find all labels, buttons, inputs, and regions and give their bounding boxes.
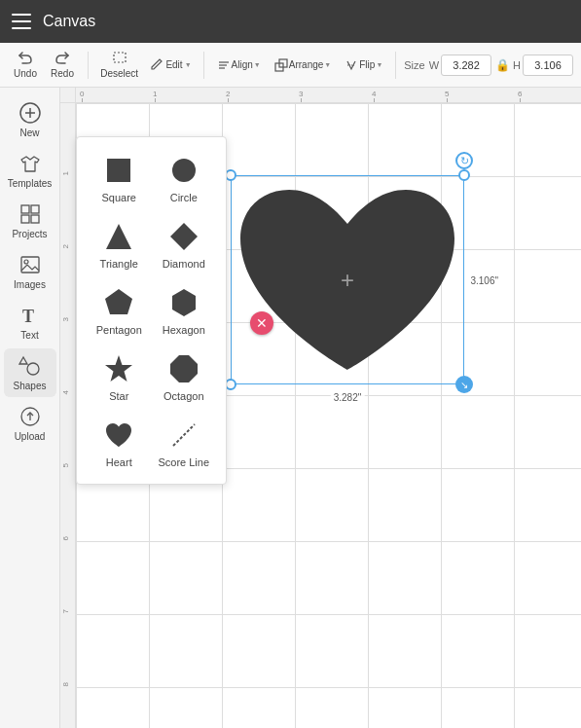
shape-panel: Square Circle Triangle Dia	[76, 136, 227, 485]
square-icon	[101, 153, 136, 188]
svg-rect-12	[21, 215, 29, 223]
topbar: Canvas	[0, 0, 581, 43]
sidebar-item-shapes[interactable]: Shapes	[4, 348, 56, 397]
menu-button[interactable]	[12, 14, 31, 29]
ruler-vertical: 1 2 3 4 5 6 7 8	[60, 103, 76, 728]
svg-line-29	[173, 424, 195, 446]
undo-redo-group: Undo Redo	[8, 47, 80, 83]
dim-width-label: 3.282"	[331, 391, 365, 404]
svg-marker-27	[105, 355, 132, 382]
shape-item-octagon[interactable]: Octagon	[154, 347, 215, 406]
svg-point-22	[172, 159, 196, 182]
shape-item-diamond[interactable]: Diamond	[154, 215, 215, 273]
canvas-area[interactable]: 0 1 2 3 4 5 6 1 2 3 4 5 6 7 8	[60, 88, 581, 728]
svg-marker-25	[105, 289, 132, 314]
svg-marker-28	[170, 355, 198, 382]
heart-shape-container[interactable]: + ↻ ↘ 3.282" 3.106"	[231, 175, 464, 384]
shape-item-star[interactable]: Star	[89, 347, 150, 406]
grid-icon	[18, 202, 42, 226]
tshirt-icon	[18, 152, 42, 175]
heart-icon	[101, 418, 136, 453]
delete-button[interactable]: ✕	[250, 311, 273, 335]
score-line-icon	[166, 418, 201, 453]
svg-marker-26	[172, 289, 196, 316]
dim-height-label: 3.106"	[467, 273, 501, 286]
shape-item-heart[interactable]: Heart	[89, 414, 150, 472]
shape-item-score-line[interactable]: Score Line	[154, 414, 215, 472]
image-icon	[18, 253, 42, 276]
plus-icon	[18, 101, 42, 125]
triangle-icon	[101, 219, 136, 254]
svg-rect-21	[107, 159, 130, 182]
text-icon: T	[18, 304, 42, 327]
undo-button[interactable]: Undo	[8, 47, 43, 83]
lock-icon: 🔒	[495, 56, 509, 74]
flip-dropdown[interactable]: Flip ▼	[340, 55, 387, 75]
shape-item-square[interactable]: Square	[89, 149, 150, 207]
edit-button[interactable]: Edit ▼	[146, 54, 195, 77]
svg-rect-11	[31, 205, 39, 213]
size-h-input[interactable]	[523, 55, 573, 76]
upload-icon	[18, 405, 42, 428]
redo-button[interactable]: Redo	[45, 47, 80, 83]
sidebar-item-text[interactable]: T Text	[4, 298, 56, 346]
svg-rect-0	[114, 53, 126, 62]
shape-item-pentagon[interactable]: Pentagon	[89, 281, 150, 340]
svg-rect-13	[31, 215, 39, 223]
app-title: Canvas	[43, 13, 95, 30]
handle-rotate[interactable]: ↻	[455, 152, 473, 169]
pentagon-icon	[101, 285, 136, 320]
svg-marker-18	[19, 357, 27, 364]
separator-2	[203, 52, 204, 79]
svg-marker-23	[106, 224, 131, 249]
selection-box	[231, 175, 464, 384]
toolbar: Undo Redo Deselect Edit ▼ Align ▼ Arrang…	[0, 43, 581, 88]
align-dropdown[interactable]: Align ▼	[212, 55, 266, 75]
deselect-button[interactable]: Deselect	[96, 47, 142, 83]
sidebar-item-new[interactable]: New	[4, 95, 56, 144]
ruler-horizontal: 0 1 2 3 4 5 6	[76, 88, 581, 103]
svg-marker-24	[170, 223, 198, 250]
separator-1	[88, 52, 89, 79]
handle-top-right[interactable]	[458, 169, 470, 181]
hexagon-icon	[166, 285, 201, 320]
sidebar-item-templates[interactable]: Templates	[4, 146, 56, 195]
svg-point-15	[24, 260, 28, 264]
size-w-input[interactable]	[441, 55, 491, 76]
diamond-icon	[166, 219, 201, 254]
octagon-icon	[166, 351, 201, 386]
handle-resize-br[interactable]: ↘	[455, 376, 473, 393]
shape-item-triangle[interactable]: Triangle	[89, 215, 150, 273]
svg-rect-10	[21, 205, 29, 213]
sidebar-item-images[interactable]: Images	[4, 247, 56, 296]
arrange-dropdown[interactable]: Arrange ▼	[270, 55, 337, 75]
sidebar-item-projects[interactable]: Projects	[4, 197, 56, 245]
star-icon	[101, 351, 136, 386]
shape-item-hexagon[interactable]: Hexagon	[154, 281, 215, 340]
sidebar-item-upload[interactable]: Upload	[4, 399, 56, 448]
shapes-icon	[18, 354, 42, 378]
shape-item-circle[interactable]: Circle	[154, 149, 215, 207]
size-controls: Size W 🔒 H	[404, 55, 573, 76]
svg-text:T: T	[22, 307, 34, 326]
separator-3	[395, 52, 396, 79]
svg-point-17	[27, 363, 39, 375]
ruler-corner	[60, 88, 76, 103]
main-area: New Templates Projects Images T Text Sha…	[0, 88, 581, 728]
svg-rect-14	[21, 257, 39, 273]
sidebar: New Templates Projects Images T Text Sha…	[0, 88, 60, 728]
circle-icon	[166, 153, 201, 188]
